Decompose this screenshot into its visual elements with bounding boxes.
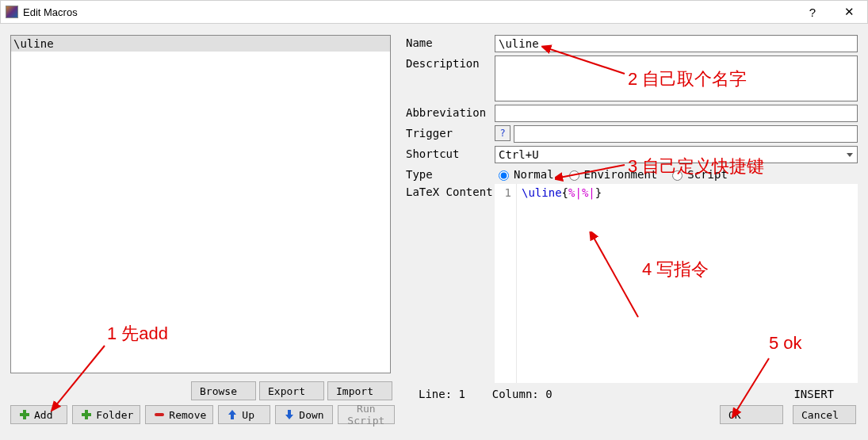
shortcut-label: Shortcut [406, 146, 495, 160]
ok-button[interactable]: OK [720, 405, 783, 424]
plus-icon [19, 409, 30, 420]
code-line[interactable]: \uline{%|%|} [517, 184, 606, 383]
svg-rect-1 [20, 413, 29, 416]
close-button[interactable]: ✕ [831, 0, 867, 24]
mode-indicator: INSERT [793, 388, 858, 400]
list-item[interactable]: \uline [11, 36, 390, 52]
type-radio-environment[interactable]: Environment [565, 168, 658, 181]
add-button[interactable]: Add [10, 405, 67, 424]
down-button[interactable]: Down [275, 405, 332, 424]
app-icon [6, 6, 18, 18]
type-label: Type [406, 166, 495, 181]
svg-rect-3 [82, 413, 91, 416]
import-button[interactable]: Import [327, 381, 392, 400]
name-input[interactable] [495, 35, 858, 52]
minus-icon [154, 409, 165, 420]
status-line: Line: 1 Column: 0 INSERT [406, 386, 858, 405]
type-radio-group: Normal Environment Script [495, 166, 728, 181]
svg-rect-4 [155, 413, 164, 416]
up-button[interactable]: Up [218, 405, 270, 424]
type-radio-normal[interactable]: Normal [495, 168, 554, 181]
content-label: LaTeX Content [406, 184, 495, 383]
help-button[interactable]: ? [794, 0, 831, 24]
abbrev-label: Abbreviation [406, 105, 495, 119]
folder-button[interactable]: Folder [72, 405, 140, 424]
cancel-button[interactable]: Cancel [793, 405, 856, 424]
trigger-input[interactable] [514, 125, 858, 143]
shortcut-select[interactable] [495, 146, 858, 163]
description-input[interactable] [495, 55, 858, 101]
abbrev-input[interactable] [495, 105, 858, 122]
browse-button[interactable]: Browse [191, 381, 256, 400]
trigger-help-icon[interactable]: ? [495, 125, 510, 141]
window-title: Edit Macros [23, 6, 78, 18]
arrow-up-icon [227, 409, 238, 420]
run-script-button: Run Script [338, 405, 395, 424]
arrow-down-icon [284, 409, 295, 420]
plus-icon [81, 409, 92, 420]
line-number: 1 [495, 184, 517, 383]
trigger-label: Trigger [406, 125, 495, 140]
latex-content-editor[interactable]: 1 \uline{%|%|} [495, 184, 858, 383]
export-button[interactable]: Export [259, 381, 324, 400]
remove-button[interactable]: Remove [145, 405, 213, 424]
type-radio-script[interactable]: Script [668, 168, 728, 181]
description-label: Description [406, 55, 495, 70]
title-bar: Edit Macros ? ✕ [0, 0, 868, 24]
macro-list[interactable]: \uline [10, 35, 391, 373]
name-label: Name [406, 35, 495, 49]
